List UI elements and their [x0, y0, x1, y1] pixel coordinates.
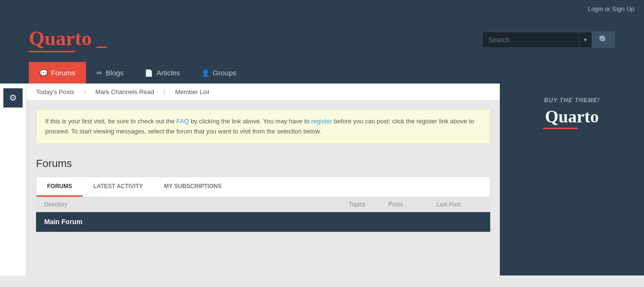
forum-table-header: Directory Topics Posts Last Post [36, 197, 490, 212]
right-panel: BUY THE THEME! Quarto [500, 84, 644, 275]
header: Quarto _ ▾ 🔍 [0, 17, 644, 62]
col-last-post: Last Post [415, 201, 482, 208]
logo-text: Quarto [29, 27, 92, 49]
register-link[interactable]: register [311, 118, 332, 125]
member-list-link[interactable]: Member List [175, 88, 210, 96]
logo-wrapper: Quarto _ [29, 27, 107, 52]
notice-text-before-faq: If this is your first visit, be sure to … [45, 118, 176, 125]
logo: Quarto _ [29, 27, 107, 50]
col-posts: Posts [376, 201, 415, 208]
forums-tabs: FORUMS LATEST ACTIVITY MY SUBSCRIPTIONS [36, 177, 490, 197]
main-forum-title: Main Forum [44, 218, 482, 226]
forums-title: Forums [36, 157, 72, 169]
logo-accent: _ [97, 27, 107, 49]
sep2: / [164, 88, 166, 96]
buy-theme-title: Quarto [545, 107, 599, 127]
gear-icon: ⚙ [9, 93, 17, 103]
left-panel: Today's Posts / Mark Channels Read / Mem… [26, 84, 500, 275]
nav-forums-label: Forums [51, 69, 75, 77]
nav-item-forums[interactable]: 💬 Forums [29, 62, 86, 84]
col-topics: Topics [338, 201, 376, 208]
login-signup-link[interactable]: Login or Sign Up [588, 5, 634, 12]
tab-latest-activity[interactable]: LATEST ACTIVITY [83, 177, 153, 197]
buy-theme-label: BUY THE THEME! [544, 97, 600, 104]
nav-item-articles[interactable]: 📄 Articles [134, 62, 190, 84]
sep1: / [84, 88, 86, 96]
blogs-icon: ✏ [97, 69, 102, 77]
nav-item-groups[interactable]: 👤 Groups [191, 62, 247, 84]
search-icon: 🔍 [599, 36, 608, 44]
nav-articles-label: Articles [156, 69, 180, 77]
notice-box: If this is your first visit, be sure to … [36, 109, 490, 144]
settings-button[interactable]: ⚙ [3, 88, 23, 108]
nav-groups-label: Groups [213, 69, 236, 77]
todays-posts-link[interactable]: Today's Posts [36, 88, 74, 96]
nav-item-blogs[interactable]: ✏ Blogs [86, 62, 135, 84]
search-dropdown-button[interactable]: ▾ [579, 33, 592, 47]
forum-main-row[interactable]: Main Forum [36, 212, 490, 232]
faq-link[interactable]: FAQ [176, 118, 189, 125]
sidebar: ⚙ [0, 84, 26, 275]
notice-text-after-faq: by clicking the link above. You may have… [189, 118, 311, 125]
search-bar: ▾ 🔍 [482, 31, 615, 48]
col-directory: Directory [44, 201, 338, 208]
tab-my-subscriptions[interactable]: MY SUBSCRIPTIONS [153, 177, 232, 197]
content-wrapper: ⚙ Today's Posts / Mark Channels Read / M… [0, 84, 644, 275]
chevron-down-icon: ▾ [584, 36, 587, 43]
forums-heading: Forums [26, 153, 500, 177]
search-input-wrap: ▾ [482, 32, 592, 48]
main-nav: 💬 Forums ✏ Blogs 📄 Articles 👤 Groups [0, 62, 644, 84]
top-bar: Login or Sign Up [0, 0, 644, 17]
logo-underline [29, 51, 106, 52]
buy-theme-underline [543, 128, 601, 129]
mark-channels-read-link[interactable]: Mark Channels Read [95, 88, 154, 96]
nav-blogs-label: Blogs [106, 69, 124, 77]
groups-icon: 👤 [201, 69, 210, 77]
tab-forums[interactable]: FORUMS [37, 177, 83, 197]
search-input[interactable] [483, 32, 579, 48]
search-button[interactable]: 🔍 [592, 31, 615, 48]
articles-icon: 📄 [145, 69, 153, 77]
sub-nav: Today's Posts / Mark Channels Read / Mem… [26, 84, 500, 101]
forums-icon: 💬 [39, 69, 48, 77]
